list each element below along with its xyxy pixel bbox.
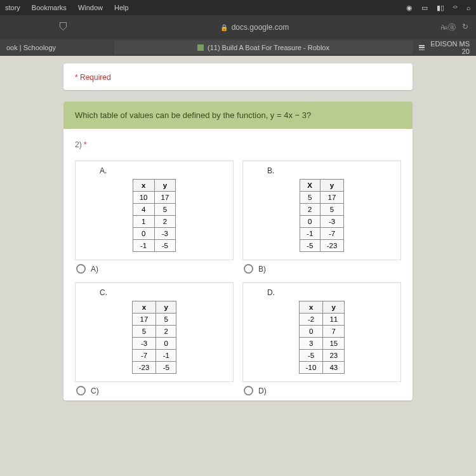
table-cell: -3 (320, 216, 344, 228)
table-header: x (132, 301, 156, 314)
status-icons: ◉ ▭ ▮▯ ⌔ ⌕ (406, 4, 471, 12)
table-cell: 5 (132, 326, 156, 338)
option-cell-d: D.xy-21107315-523-1043 (242, 282, 401, 382)
table-cell: 0 (133, 228, 154, 240)
table-row: 1017 (133, 192, 176, 204)
table-cell: -23 (132, 362, 156, 374)
table-row: -1043 (299, 362, 344, 374)
table-cell: 23 (323, 350, 345, 362)
question-header: Which table of values can be defined by … (63, 102, 413, 129)
option-letter: D. (267, 288, 275, 297)
table-cell: 1 (133, 216, 154, 228)
table-cell: 2 (156, 326, 176, 338)
content-area: * Required Which table of values can be … (0, 56, 476, 476)
radio-option-d[interactable]: D) (244, 386, 401, 395)
wifi-icon[interactable]: ⌔ (453, 4, 458, 11)
table-cell: 5 (300, 192, 320, 204)
table-cell: 5 (156, 314, 176, 326)
table-row: -1-5 (133, 240, 176, 252)
table-header: y (323, 301, 345, 314)
radio-icon (244, 264, 253, 274)
table-cell: 4 (133, 204, 154, 216)
menu-window[interactable]: Window (78, 4, 103, 11)
url-bar[interactable]: 🔒 docs.google.com (69, 23, 440, 32)
question-number: 2) * (75, 140, 401, 149)
menu-bookmarks[interactable]: Bookmarks (32, 4, 67, 11)
table-row: -23-5 (132, 362, 176, 374)
tab-schoology[interactable]: ook | Schoology (0, 44, 114, 51)
option-cell-b: B.Xy517250-3-1-7-5-23 (242, 161, 401, 260)
tab-edison[interactable]: EDISON MS 20 (413, 40, 476, 55)
battery-icon[interactable]: ▮▯ (437, 4, 444, 12)
data-table-d: xy-21107315-523-1043 (299, 301, 345, 374)
table-cell: 5 (320, 204, 344, 216)
table-cell: -1 (300, 228, 320, 240)
radio-option-a[interactable]: A) (76, 264, 234, 274)
table-row: -7-1 (132, 350, 176, 362)
table-cell: -3 (132, 338, 156, 350)
table-cell: -5 (156, 362, 176, 374)
data-table-a: xy101745120-3-1-5 (133, 179, 176, 252)
search-icon[interactable]: ⌕ (466, 4, 471, 11)
option-letter: B. (267, 166, 274, 175)
option-letter: C. (100, 288, 107, 297)
table-row: 07 (299, 326, 344, 338)
table-cell: 10 (133, 192, 154, 204)
radio-icon (244, 386, 253, 395)
table-cell: 0 (299, 326, 323, 338)
record-icon[interactable]: ◉ (406, 4, 413, 12)
radio-icon (76, 264, 86, 274)
question-body: 2) * A.xy101745120-3-1-5A)B.Xy517250-3-1… (63, 129, 413, 400)
table-cell: 15 (323, 338, 345, 350)
table-row: 52 (132, 326, 176, 338)
table-row: 12 (133, 216, 176, 228)
translate-icon[interactable]: 🗛ⓐ (440, 22, 456, 33)
table-cell: -3 (154, 228, 176, 240)
table-cell: -7 (320, 228, 344, 240)
table-cell: 0 (300, 216, 320, 228)
table-row: 45 (133, 204, 176, 216)
table-row: -523 (299, 350, 344, 362)
table-row: -211 (299, 314, 344, 326)
table-cell: 43 (323, 362, 345, 374)
table-row: 25 (300, 204, 344, 216)
table-row: -30 (132, 338, 176, 350)
option-cell-a: A.xy101745120-3-1-5 (75, 161, 234, 260)
radio-option-b[interactable]: B) (244, 264, 401, 274)
tab-roblox[interactable]: (11) Build A Boat For Treasure - Roblox (114, 41, 413, 55)
os-menubar: story Bookmarks Window Help ◉ ▭ ▮▯ ⌔ ⌕ (0, 0, 476, 15)
table-cell: 17 (320, 192, 344, 204)
option-cell-c: C.xy17552-30-7-1-23-5 (75, 282, 234, 382)
table-cell: -7 (132, 350, 156, 362)
required-card: * Required (63, 63, 413, 90)
table-cell: 17 (154, 192, 176, 204)
option-letter: A. (100, 166, 107, 175)
menu-history[interactable]: story (5, 4, 20, 11)
table-cell: 2 (154, 216, 176, 228)
table-cell: -2 (299, 314, 323, 326)
required-label: * Required (75, 73, 111, 82)
url-text: docs.google.com (232, 23, 289, 32)
table-cell: 3 (299, 338, 323, 350)
hamburger-icon (419, 45, 425, 50)
table-cell: -1 (156, 350, 176, 362)
table-cell: -5 (299, 350, 323, 362)
radio-icon (76, 386, 86, 395)
menu-help[interactable]: Help (114, 4, 129, 11)
reload-icon[interactable]: ↻ (462, 22, 468, 33)
lock-icon: 🔒 (220, 24, 228, 31)
table-header: X (300, 180, 320, 192)
table-row: 0-3 (300, 216, 344, 228)
radio-label: B) (258, 265, 266, 274)
table-header: x (133, 180, 154, 192)
table-cell: -10 (299, 362, 323, 374)
table-cell: 0 (156, 338, 176, 350)
shield-icon[interactable]: ⛉ (58, 22, 69, 33)
table-row: -5-23 (300, 240, 344, 252)
cc-icon[interactable]: ▭ (421, 4, 428, 12)
table-cell: 17 (132, 314, 156, 326)
browser-toolbar: ⛉ 🔒 docs.google.com 🗛ⓐ ↻ (0, 15, 476, 39)
table-row: 315 (299, 338, 344, 350)
table-row: 517 (300, 192, 344, 204)
radio-option-c[interactable]: C) (76, 386, 234, 395)
